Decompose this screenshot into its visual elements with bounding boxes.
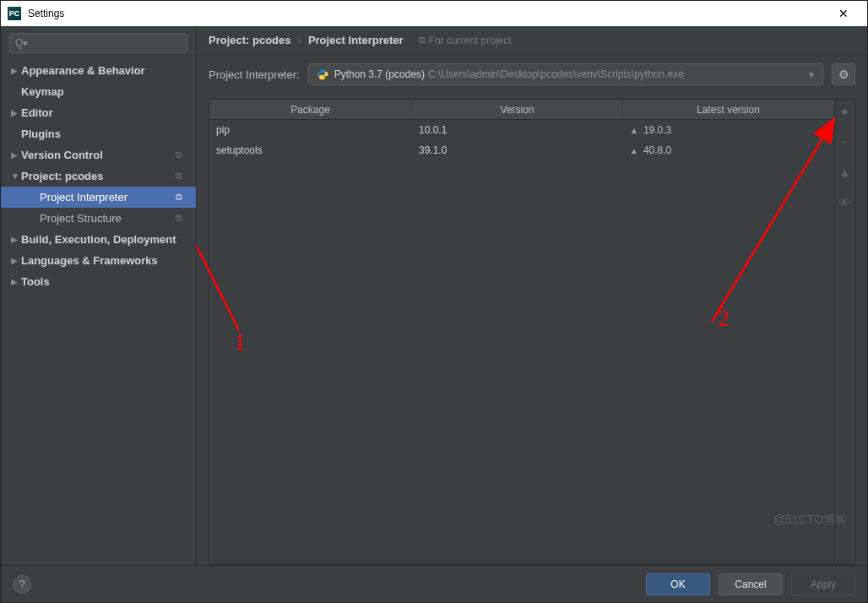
- sidebar-item-plugins[interactable]: Plugins: [1, 123, 196, 144]
- tree-arrow-icon: ▶: [11, 277, 21, 286]
- sidebar-item-label: Project Interpreter: [40, 191, 176, 204]
- table-row[interactable]: setuptools39.1.0▲40.8.0: [209, 140, 834, 160]
- search-icon: Q▾: [15, 37, 28, 49]
- breadcrumb: Project: pcodes › Project Interpreter ⧉ …: [197, 26, 867, 55]
- tree-arrow-icon: ▶: [11, 256, 21, 265]
- package-actions: + − ▲ 👁: [834, 100, 854, 564]
- copy-icon: ⧉: [176, 171, 191, 182]
- apply-button[interactable]: Apply: [791, 573, 855, 595]
- sidebar-item-label: Tools: [21, 275, 196, 288]
- close-window-button[interactable]: ✕: [827, 1, 860, 26]
- ok-button[interactable]: OK: [646, 573, 710, 595]
- sidebar-item-project-interpreter[interactable]: Project Interpreter⧉: [1, 187, 196, 208]
- cell-package: setuptools: [209, 144, 412, 156]
- column-header-package[interactable]: Package: [209, 100, 412, 119]
- sidebar-item-keymap[interactable]: Keymap: [1, 81, 196, 102]
- packages-table: Package Version Latest version pip10.0.1…: [209, 100, 834, 564]
- upgrade-available-icon: ▲: [630, 126, 638, 135]
- copy-icon: ⧉: [419, 35, 426, 46]
- settings-main: Project: pcodes › Project Interpreter ⧉ …: [197, 26, 867, 565]
- sidebar-item-label: Editor: [21, 106, 196, 119]
- show-early-release-button[interactable]: 👁: [838, 194, 853, 209]
- upgrade-package-button[interactable]: ▲: [838, 164, 853, 179]
- copy-icon: ⧉: [176, 149, 191, 160]
- titlebar: PC Settings ✕: [1, 1, 867, 26]
- breadcrumb-project: Project: pcodes: [209, 34, 291, 46]
- tree-arrow-icon: ▶: [11, 108, 21, 117]
- sidebar-item-appearance-behavior[interactable]: ▶Appearance & Behavior: [1, 60, 196, 81]
- sidebar-item-label: Languages & Frameworks: [21, 254, 196, 267]
- tree-arrow-icon: ▼: [11, 171, 21, 181]
- column-header-version[interactable]: Version: [412, 100, 623, 119]
- dialog-footer: ? OK Cancel Apply: [1, 565, 867, 602]
- help-button[interactable]: ?: [13, 575, 31, 594]
- settings-tree: ▶Appearance & BehaviorKeymap▶EditorPlugi…: [1, 60, 196, 565]
- column-header-latest[interactable]: Latest version: [623, 100, 834, 119]
- sidebar-item-tools[interactable]: ▶Tools: [1, 271, 196, 292]
- interpreter-select[interactable]: Python 3.7 (pcodes) C:\Users\admin\Deskt…: [308, 63, 823, 85]
- sidebar-item-label: Project Structure: [40, 212, 176, 225]
- tree-arrow-icon: ▶: [11, 150, 21, 160]
- copy-icon: ⧉: [176, 192, 191, 203]
- for-current-project-label: ⧉ For current project: [419, 35, 512, 46]
- chevron-down-icon: ▼: [807, 70, 816, 79]
- sidebar-item-label: Version Control: [21, 149, 176, 161]
- watermark: @51CTO博客: [773, 513, 847, 528]
- cell-package: pip: [209, 124, 412, 136]
- python-icon: [316, 68, 329, 81]
- sidebar-item-languages-frameworks[interactable]: ▶Languages & Frameworks: [1, 250, 196, 271]
- add-package-button[interactable]: +: [838, 103, 853, 118]
- settings-sidebar: Q▾ ▶Appearance & BehaviorKeymap▶EditorPl…: [1, 26, 197, 565]
- sidebar-item-build-execution-deployment[interactable]: ▶Build, Execution, Deployment: [1, 229, 196, 250]
- sidebar-item-project-pcodes[interactable]: ▼Project: pcodes⧉: [1, 166, 196, 187]
- cell-latest: ▲19.0.3: [623, 124, 834, 136]
- sidebar-item-project-structure[interactable]: Project Structure⧉: [1, 208, 196, 229]
- cell-version: 10.0.1: [412, 124, 623, 136]
- interpreter-settings-button[interactable]: ⚙: [832, 63, 855, 85]
- table-row[interactable]: pip10.0.1▲19.0.3: [209, 120, 834, 140]
- app-logo-icon: PC: [8, 7, 21, 20]
- gear-icon: ⚙: [838, 68, 849, 81]
- sidebar-item-label: Plugins: [21, 128, 196, 140]
- upgrade-available-icon: ▲: [630, 146, 638, 155]
- sidebar-item-label: Appearance & Behavior: [21, 64, 196, 77]
- tree-arrow-icon: ▶: [11, 235, 21, 244]
- breadcrumb-page: Project Interpreter: [308, 34, 404, 46]
- cell-latest: ▲40.8.0: [623, 144, 834, 156]
- copy-icon: ⧉: [176, 213, 191, 224]
- remove-package-button[interactable]: −: [838, 133, 853, 149]
- interpreter-name: Python 3.7 (pcodes): [334, 68, 425, 80]
- sidebar-item-version-control[interactable]: ▶Version Control⧉: [1, 144, 196, 166]
- window-title: Settings: [28, 8, 64, 19]
- interpreter-label: Project Interpreter:: [209, 68, 300, 81]
- interpreter-path: C:\Users\admin\Desktop\pcodes\venv\Scrip…: [428, 68, 684, 80]
- settings-search-input[interactable]: Q▾: [9, 33, 187, 53]
- cancel-button[interactable]: Cancel: [719, 573, 783, 595]
- cell-version: 39.1.0: [412, 144, 623, 156]
- sidebar-item-editor[interactable]: ▶Editor: [1, 102, 196, 123]
- tree-arrow-icon: ▶: [11, 66, 21, 75]
- sidebar-item-label: Keymap: [21, 85, 196, 98]
- breadcrumb-sep-icon: ›: [298, 34, 301, 46]
- sidebar-item-label: Project: pcodes: [21, 170, 176, 182]
- sidebar-item-label: Build, Execution, Deployment: [21, 233, 196, 246]
